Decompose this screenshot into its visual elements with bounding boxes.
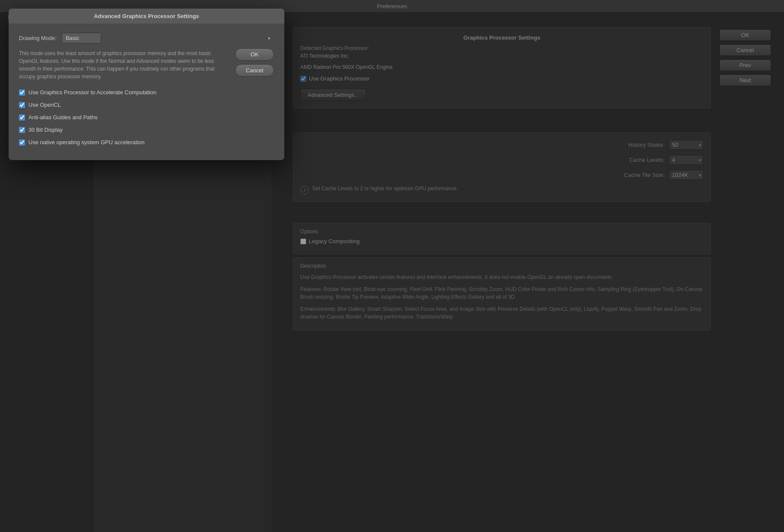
- accelerate-computation-checkbox[interactable]: [19, 90, 25, 96]
- dialog-cancel-button[interactable]: Cancel: [235, 64, 274, 77]
- dialog-content: OK Cancel Drawing Mode: Basic Normal Adv…: [9, 24, 284, 160]
- dialog-description-text: This mode uses the least amount of graph…: [19, 49, 221, 80]
- dialog-title-bar: Advanced Graphics Processor Settings: [9, 9, 284, 24]
- dialog-ok-button[interactable]: OK: [235, 48, 274, 61]
- drawing-mode-row: Drawing Mode: Basic Normal Advanced: [19, 33, 274, 43]
- dialog-title: Advanced Graphics Processor Settings: [94, 13, 199, 19]
- drawing-mode-select-wrapper: Basic Normal Advanced: [62, 33, 274, 43]
- advanced-dialog: Advanced Graphics Processor Settings OK …: [9, 9, 284, 160]
- native-gpu-label: Use native operating system GPU accelera…: [28, 139, 145, 145]
- anti-alias-checkbox[interactable]: [19, 114, 25, 121]
- checkbox-row-3: 30 Bit Display: [19, 127, 274, 133]
- native-gpu-checkbox[interactable]: [19, 139, 25, 145]
- 30bit-display-label: 30 Bit Display: [28, 127, 62, 133]
- anti-alias-label: Anti-alias Guides and Paths: [28, 114, 97, 121]
- checkbox-row-4: Use native operating system GPU accelera…: [19, 139, 274, 145]
- use-opencl-checkbox[interactable]: [19, 102, 25, 108]
- drawing-mode-select[interactable]: Basic Normal Advanced: [62, 33, 101, 43]
- checkbox-row-1: Use OpenCL: [19, 102, 274, 108]
- 30bit-display-checkbox[interactable]: [19, 127, 25, 133]
- dialog-buttons: OK Cancel: [235, 48, 274, 77]
- use-opencl-label: Use OpenCL: [28, 102, 61, 108]
- drawing-mode-label: Drawing Mode:: [19, 35, 56, 41]
- dialog-checkboxes: Use Graphics Processor to Accelerate Com…: [19, 89, 274, 145]
- checkbox-row-0: Use Graphics Processor to Accelerate Com…: [19, 89, 274, 96]
- checkbox-row-2: Anti-alias Guides and Paths: [19, 114, 274, 121]
- accelerate-computation-label: Use Graphics Processor to Accelerate Com…: [28, 89, 156, 96]
